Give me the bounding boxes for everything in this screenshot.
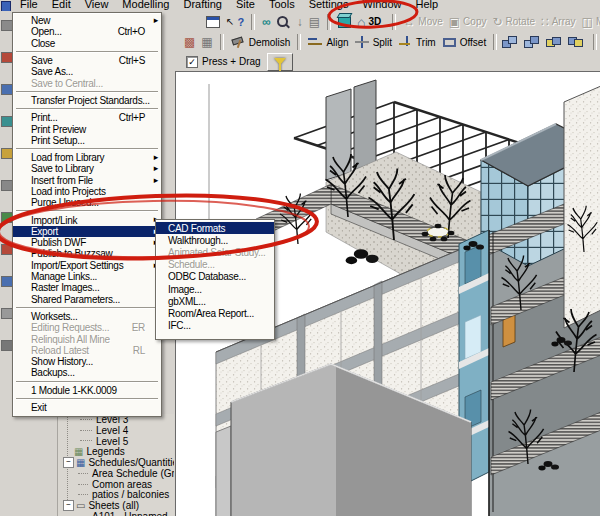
uncut-geometry-button[interactable] [567,35,589,50]
menu-item-backups[interactable]: Backups... [13,367,161,378]
collapse-icon[interactable]: − [63,457,74,468]
menu-item-load-from-library[interactable]: Load from Library [13,152,161,163]
icon-part [552,37,561,45]
menu-item-exit[interactable]: Exit [13,402,161,413]
legend-icon: ▦ [74,446,83,457]
menubar-drafting[interactable]: Drafting [176,0,229,11]
hammer-icon [231,36,246,49]
filter-button[interactable] [267,53,293,71]
menubar-help[interactable]: Help [409,0,446,11]
view-list-button[interactable]: ▤ [306,15,323,29]
align-button[interactable]: Align [305,35,351,49]
menu-item-save-as[interactable]: Save As... [13,66,161,77]
toolbar-separator [251,14,255,30]
menu-item-show-history[interactable]: Show History... [13,356,161,367]
3d-box-button[interactable] [335,15,354,29]
default-3d-view-button[interactable]: ⌂3D [354,15,384,29]
export-submenu: CAD Formats Walkthrough... Animated Sola… [155,219,275,340]
menu-item-relinquish-all-mine: Relinquish All Mine [13,333,161,344]
help-question-icon: ? [237,16,244,28]
tree-item-a101[interactable]: A101 - Unnamed [58,511,174,516]
submenu-item-cad-formats[interactable]: CAD Formats [156,222,274,234]
tree-item-area-schedule[interactable]: Area Schedule (Gro [58,468,174,479]
trim-button[interactable]: Trim [395,35,439,49]
menu-item-print[interactable]: Print...Ctrl+P [13,112,161,123]
menu-item-import-export-settings[interactable]: Import/Export Settings [13,260,161,271]
menubar-modelling[interactable]: Modelling [115,0,176,11]
menu-item-publish-dwf[interactable]: Publish DWF [13,237,161,248]
toolbar-separator [297,34,301,50]
tile-windows-button[interactable] [203,15,223,29]
mirror-button[interactable]: ◫Mirror [579,15,600,29]
submenu-item-room-area-report[interactable]: Room/Area Report... [156,307,274,319]
menu-item-raster-images[interactable]: Raster Images... [13,282,161,293]
help-arrow-icon: ↖ [226,16,234,27]
menubar-window[interactable]: Window [355,0,408,11]
submenu-item-gbxml[interactable]: gbXML... [156,295,274,307]
menu-item-publish-to-buzzsaw[interactable]: Publish to Buzzsaw [13,248,161,259]
menu-item-print-preview[interactable]: Print Preview [13,123,161,134]
3d-box-icon [338,16,351,28]
tree-item-patios-balconies[interactable]: patios / balconies [58,490,174,501]
menubar-file[interactable]: File [13,0,45,11]
menubar-edit[interactable]: Edit [45,0,78,11]
menu-item-save-to-library[interactable]: Save to Library [13,163,161,174]
context-help-button[interactable]: ↖? [223,15,247,29]
group-icon: ▩ [184,36,195,48]
collapse-icon[interactable]: − [63,500,74,511]
menu-item-purge-unused[interactable]: Purge Unused... [13,197,161,208]
grid-button[interactable]: ▦ [198,35,215,49]
tree-item-level-4[interactable]: Level 4 [58,425,174,436]
menu-item-save[interactable]: SaveCtrl+S [13,55,161,66]
unjoin-geometry-button[interactable] [523,35,545,50]
menu-item-import-link[interactable]: Import/Link [13,214,161,225]
menu-item-worksets[interactable]: Worksets... [13,311,161,322]
menu-item-close[interactable]: Close [13,38,161,49]
press-drag-checkbox[interactable]: ✓ [186,56,198,68]
demolish-button[interactable]: Demolish [228,35,294,50]
menu-item-manage-links[interactable]: Manage Links... [13,271,161,282]
group-button[interactable]: ▩ [181,35,198,49]
join-geometry-button[interactable] [501,35,523,50]
tree-item-schedules[interactable]: −▦Schedules/Quantitie [58,457,174,468]
menu-item-open[interactable]: Open...Ctrl+O [13,26,161,37]
move-button[interactable]: ↔Move [400,15,445,29]
tree-item-comon-areas[interactable]: Comon areas [58,479,174,490]
align-icon [308,36,323,48]
menu-item-export[interactable]: Export [13,226,161,237]
toolbar-separator [392,14,396,30]
menu-item-load-into-projects[interactable]: Load into Projects [13,186,161,197]
menu-item-print-setup[interactable]: Print Setup... [13,135,161,146]
menubar-site[interactable]: Site [229,0,262,11]
submenu-item-walkthrough[interactable]: Walkthrough... [156,234,274,246]
menu-item-recent-file-1[interactable]: 1 Module 1-KK.0009 [13,385,161,396]
tree-item-sheets[interactable]: −▭Sheets (all) [58,500,174,511]
split-button[interactable]: Split [352,35,395,49]
copy-button[interactable]: ▣Copy [446,15,490,29]
offset-button[interactable]: Offset [439,35,490,49]
submenu-item-ifc[interactable]: IFC... [156,320,274,332]
tree-item-legends[interactable]: ▦Legends [58,446,174,457]
cut-geometry-button[interactable] [545,35,567,50]
menubar-tools[interactable]: Tools [262,0,302,11]
array-icon: ∷ [541,16,549,28]
dynamic-view-button[interactable]: ∞ [259,15,274,29]
spectacles-icon: ∞ [262,16,271,28]
menubar-view[interactable]: View [78,0,116,11]
submenu-item-odbc-database[interactable]: ODBC Database... [156,271,274,283]
zoom-button[interactable] [274,15,294,28]
menu-item-transfer-project-standards[interactable]: Transfer Project Standards... [13,95,161,106]
zoom-dropdown-button[interactable]: ↓ [294,15,306,29]
rotate-button[interactable]: ↻Rotate [489,15,538,29]
menu-item-shared-parameters[interactable]: Shared Parameters... [13,294,161,305]
sheet-icon: ▭ [76,500,85,511]
menu-item-new[interactable]: New [13,15,161,26]
app-icon [1,1,11,11]
magnifier-icon [277,16,288,27]
mirror-icon: ◫ [582,16,593,28]
array-button[interactable]: ∷Array [538,15,579,29]
menu-item-insert-from-file[interactable]: Insert from File [13,175,161,186]
tree-item-level-5[interactable]: Level 5 [58,436,174,447]
menubar-settings[interactable]: Settings [302,0,356,11]
submenu-item-image[interactable]: Image... [156,283,274,295]
